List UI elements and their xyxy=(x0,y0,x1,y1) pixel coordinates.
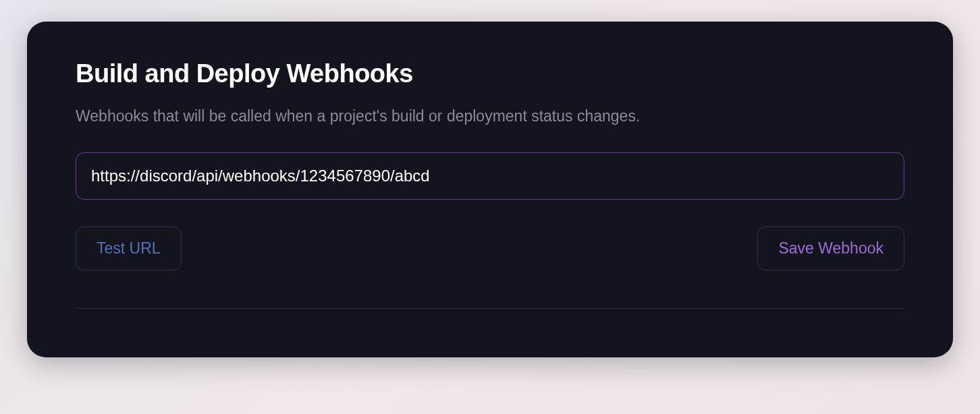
webhooks-card: Build and Deploy Webhooks Webhooks that … xyxy=(27,22,953,357)
card-title: Build and Deploy Webhooks xyxy=(76,59,904,88)
save-webhook-button[interactable]: Save Webhook xyxy=(757,227,904,270)
test-url-button[interactable]: Test URL xyxy=(76,227,182,270)
divider xyxy=(76,308,904,309)
button-row: Test URL Save Webhook xyxy=(76,227,904,270)
card-description: Webhooks that will be called when a proj… xyxy=(76,107,904,125)
webhook-url-input[interactable] xyxy=(76,152,904,200)
